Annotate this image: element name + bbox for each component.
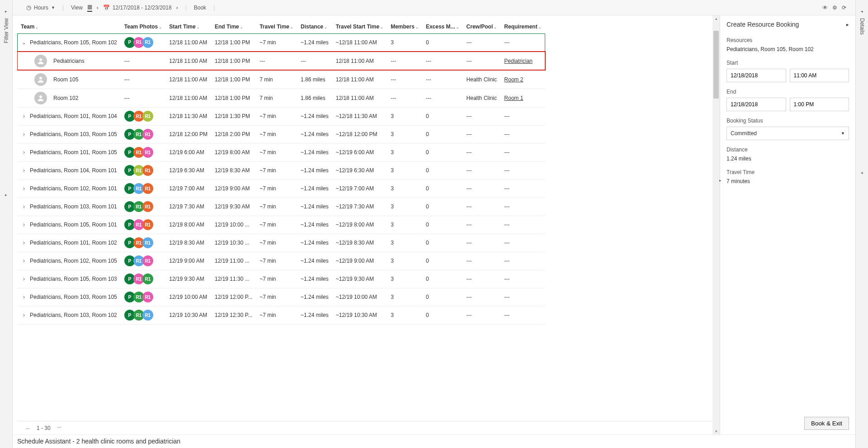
expand-icon[interactable]: ›: [21, 149, 27, 156]
requirement-link[interactable]: Room 2: [504, 76, 523, 83]
team-name: Pediatricians, Room 103, Room 101: [30, 203, 117, 210]
col-distance[interactable]: Distance⌄: [297, 20, 332, 33]
cell-requirement: ---: [500, 270, 545, 288]
scroll-thumb[interactable]: [713, 31, 719, 99]
col-photos[interactable]: Team Photos⌄: [121, 20, 165, 33]
book-and-exit-button[interactable]: Book & Exit: [804, 417, 849, 430]
start-time-input[interactable]: [790, 69, 849, 82]
expand-icon[interactable]: ›: [21, 131, 27, 137]
table-row[interactable]: ›Pediatricians, Room 103, Room 102PR1R11…: [17, 306, 545, 324]
expand-icon[interactable]: ›: [21, 240, 27, 246]
cell-requirement: ---: [500, 252, 545, 270]
table-row[interactable]: ›Pediatricians, Room 103, Room 105PR1R11…: [17, 125, 545, 143]
cell-travel-start: ~12/19 9:00 AM: [332, 252, 387, 270]
table-row[interactable]: ›Pediatricians, Room 102, Room 105PR1R11…: [17, 252, 545, 270]
book-button[interactable]: Book: [194, 5, 206, 11]
pager-up-icon[interactable]: ︿: [25, 424, 30, 431]
prev-button[interactable]: ‹: [97, 5, 99, 11]
cell-end: 12/19 9:30 AM: [211, 198, 256, 216]
table-row[interactable]: ⌄Pediatricians, Room 105, Room 102PR1R11…: [17, 33, 545, 52]
date-range-picker[interactable]: 📅 12/17/2018 - 12/23/2018: [103, 5, 172, 11]
col-travel[interactable]: Travel Time⌄: [256, 20, 297, 33]
cell-excess: 0: [422, 306, 463, 324]
cell-end: 12/18 1:00 PM: [211, 89, 256, 107]
cell-distance: ~1.24 miles: [297, 33, 332, 52]
expand-icon[interactable]: ›: [21, 167, 27, 174]
table-row[interactable]: ›Pediatricians, Room 101, Room 105PR1R11…: [17, 143, 545, 161]
collapse-right-icon: ▸: [5, 9, 7, 14]
col-travel-start[interactable]: Travel Start Time⌄: [332, 20, 387, 33]
team-name: Pediatricians, Room 103, Room 102: [30, 312, 117, 318]
cell-crew: ---: [463, 33, 501, 52]
view-label: View: [71, 5, 83, 11]
details-tab[interactable]: ◂ Details ◂: [855, 0, 868, 448]
refresh-button[interactable]: ⟳: [842, 5, 846, 11]
end-time-input[interactable]: [790, 98, 849, 111]
table-row[interactable]: ›Pediatricians, Room 103, Room 105PR1R11…: [17, 288, 545, 306]
vertical-scrollbar[interactable]: ▴ ▾: [712, 15, 720, 434]
collapse-icon[interactable]: ⌄: [21, 39, 27, 46]
hours-dropdown[interactable]: ◷ Hours ▼: [26, 4, 55, 11]
start-date-input[interactable]: [726, 69, 786, 82]
visibility-button[interactable]: 👁: [822, 5, 828, 11]
pager-down-icon[interactable]: ﹀: [57, 424, 62, 431]
table-row[interactable]: Pediatricians---12/18 11:00 AM12/18 1:00…: [17, 52, 545, 70]
cell-distance: ~1.24 miles: [297, 107, 332, 125]
col-start[interactable]: Start Time⌄: [165, 20, 211, 33]
team-name: Pediatricians, Room 101, Room 104: [30, 113, 117, 119]
filter-view-tab[interactable]: ▸ Filter View ▸: [0, 0, 13, 448]
col-crew[interactable]: Crew/Pool⌄: [463, 20, 501, 33]
requirement-link[interactable]: Pediatrician: [504, 58, 533, 64]
cell-requirement: ---: [500, 179, 545, 198]
col-team[interactable]: Team⌄: [17, 20, 121, 33]
scroll-up-icon[interactable]: ▴: [712, 16, 720, 21]
avatar: R1: [142, 147, 153, 158]
cell-travel-start: 12/18 11:00 AM: [332, 52, 387, 70]
expand-icon[interactable]: ›: [21, 312, 27, 318]
expand-icon[interactable]: ›: [21, 203, 27, 210]
panel-expand-icon[interactable]: ▸: [846, 22, 849, 28]
cell-start: 12/19 10:00 AM: [165, 288, 211, 306]
expand-icon[interactable]: ›: [21, 222, 27, 228]
cell-distance: ~1.24 miles: [297, 161, 332, 179]
panel-collapse-icon[interactable]: ▸: [719, 178, 722, 183]
table-row[interactable]: ›Pediatricians, Room 105, Room 103PR1R11…: [17, 270, 545, 288]
status-select[interactable]: Committed ▼: [726, 127, 849, 140]
cell-crew: ---: [463, 216, 501, 234]
col-requirement[interactable]: Requirement⌄: [500, 20, 545, 33]
col-excess[interactable]: Excess M...⌄: [422, 20, 463, 33]
table-row[interactable]: Room 102---12/18 11:00 AM12/18 1:00 PM7 …: [17, 89, 545, 107]
scroll-down-icon[interactable]: ▾: [712, 429, 720, 434]
cell-crew: ---: [463, 270, 501, 288]
cell-requirement: ---: [500, 216, 545, 234]
grid-view-button[interactable]: ▦: [87, 4, 92, 12]
end-date-input[interactable]: [726, 98, 786, 111]
expand-icon[interactable]: ›: [21, 185, 27, 192]
table-row[interactable]: ›Pediatricians, Room 101, Room 104PR1R11…: [17, 107, 545, 125]
expand-left-icon[interactable]: ◂: [861, 170, 863, 175]
expand-right-icon[interactable]: ▸: [5, 193, 7, 197]
expand-icon[interactable]: ›: [21, 113, 27, 119]
chevron-left-icon: ‹: [97, 5, 99, 11]
expand-icon[interactable]: ›: [21, 258, 27, 264]
expand-icon[interactable]: ›: [21, 294, 27, 300]
caret-down-icon: ▼: [51, 5, 55, 10]
table-row[interactable]: Room 105---12/18 11:00 AM12/18 1:00 PM7 …: [17, 70, 545, 89]
settings-button[interactable]: ⚙: [832, 5, 837, 11]
cell-travel-start: ~12/19 8:30 AM: [332, 234, 387, 252]
cell-distance: 1.86 miles: [297, 89, 332, 107]
svg-point-1: [39, 77, 42, 80]
next-button[interactable]: ›: [176, 5, 178, 11]
table-row[interactable]: ›Pediatricians, Room 101, Room 102PR1R11…: [17, 234, 545, 252]
table-row[interactable]: ›Pediatricians, Room 102, Room 101PR1R11…: [17, 179, 545, 198]
table-row[interactable]: ›Pediatricians, Room 105, Room 101PR1R11…: [17, 216, 545, 234]
col-members[interactable]: Members⌄: [387, 20, 422, 33]
cell-end: 12/19 12:30 P...: [211, 306, 256, 324]
expand-icon[interactable]: ›: [21, 276, 27, 282]
col-end[interactable]: End Time⌄: [211, 20, 256, 33]
table-row[interactable]: ›Pediatricians, Room 103, Room 101PR1R11…: [17, 198, 545, 216]
requirement-link[interactable]: Room 1: [504, 95, 523, 101]
table-row[interactable]: ›Pediatricians, Room 104, Room 101PR1R11…: [17, 161, 545, 179]
cell-travel: ~7 min: [256, 198, 297, 216]
cell-distance: ~1.24 miles: [297, 270, 332, 288]
